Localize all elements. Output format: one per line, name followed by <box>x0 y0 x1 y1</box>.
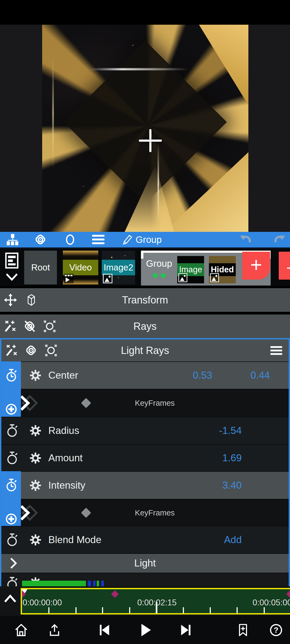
param-row-radius[interactable]: Radius -1.54 <box>1 417 289 444</box>
preview-frame[interactable] <box>42 25 248 232</box>
center-point-handle[interactable] <box>139 129 162 152</box>
stopwatch-icon <box>6 576 19 586</box>
param-value[interactable]: 1.69 <box>222 452 242 464</box>
layer-tile-root[interactable]: Root <box>24 251 57 284</box>
add-layer-button[interactable]: + <box>242 252 270 280</box>
bottom-navigation: ? <box>0 616 290 644</box>
gear-icon[interactable] <box>29 479 42 492</box>
node-tree-icon[interactable] <box>6 233 19 246</box>
eye-icon[interactable] <box>34 233 47 246</box>
timeline-panel: 0:00:00:00 0:00:02:15 0:00:05:00 <box>0 586 290 616</box>
param-value[interactable]: -1.54 <box>219 425 242 436</box>
keyframes-row[interactable]: KeyFrames <box>1 499 289 526</box>
param-row-intensity[interactable]: Intensity 3.40 <box>1 471 289 499</box>
timeline-track[interactable]: 0:00:00:00 0:00:02:15 0:00:05:00 <box>21 588 290 614</box>
keyframe-strip-intensity <box>1 471 21 526</box>
edit-toolbar: Group <box>0 232 290 247</box>
video-type-icon <box>64 274 74 283</box>
keyframes-label: KeyFrames <box>21 399 289 408</box>
layer-tile-image2[interactable]: Image2 <box>102 251 135 284</box>
bookmark-add-icon[interactable] <box>236 623 250 637</box>
param-row-amount[interactable]: Amount 1.69 <box>1 444 289 471</box>
section-title: Light <box>1 558 289 569</box>
stopwatch-active-icon[interactable] <box>5 368 18 382</box>
chevron-down-icon <box>5 273 19 282</box>
help-icon[interactable]: ? <box>269 623 283 637</box>
keyframes-label: KeyFrames <box>21 508 289 517</box>
app-screen: Group Root <box>0 0 290 644</box>
redo-icon[interactable] <box>272 234 287 246</box>
param-label: Amount <box>48 452 83 464</box>
previous-frame-icon[interactable] <box>97 623 111 637</box>
options-menu-icon[interactable] <box>270 345 283 356</box>
param-label: Radius <box>48 425 79 436</box>
image-type-icon <box>178 273 187 282</box>
stopwatch-active-icon[interactable] <box>5 478 18 492</box>
stopwatch-icon[interactable] <box>6 451 19 465</box>
home-icon[interactable] <box>15 623 28 637</box>
image-type-icon <box>103 274 113 283</box>
timecode-start: 0:00:00:00 <box>23 598 62 608</box>
gear-icon[interactable] <box>29 452 42 464</box>
layer-tile-video[interactable]: Video <box>63 251 98 284</box>
param-row-center[interactable]: Center 0.53 0.44 <box>1 361 289 389</box>
level-bar <box>22 581 86 586</box>
image-type-icon <box>210 273 219 282</box>
keyframe-marker[interactable] <box>286 590 290 598</box>
group-child-dots <box>141 273 177 278</box>
ellipse-icon[interactable] <box>64 233 76 246</box>
timecode-end: 0:00:05:00 <box>252 598 290 608</box>
pencil-icon[interactable] <box>121 233 133 246</box>
light-streak-bottom <box>158 143 159 224</box>
param-label: Center <box>48 370 78 381</box>
layer-list-icon <box>5 252 19 269</box>
layer-tile-image[interactable]: Image <box>177 256 204 283</box>
playhead[interactable] <box>156 602 157 613</box>
param-row-partial[interactable] <box>1 573 289 586</box>
param-value-y[interactable]: 0.44 <box>251 370 270 381</box>
add-layer-button-edge[interactable]: + <box>279 252 290 280</box>
section-rays[interactable]: Rays <box>0 314 290 338</box>
keyframe-strip-center <box>1 361 21 417</box>
param-value-x[interactable]: 0.53 <box>193 370 212 381</box>
stopwatch-icon[interactable] <box>6 533 19 547</box>
section-title: Light Rays <box>1 345 289 356</box>
section-light[interactable]: Light <box>1 553 289 573</box>
preview-viewport[interactable] <box>0 25 290 232</box>
layer-tile-hided[interactable]: Hided <box>209 256 236 283</box>
add-keyframe-icon[interactable] <box>5 513 17 525</box>
lens-flare <box>89 68 189 70</box>
group-label: Group <box>141 258 177 269</box>
gear-icon[interactable] <box>29 424 42 437</box>
layer-label: Image2 <box>102 260 135 275</box>
layer-label: Video <box>63 260 98 275</box>
layer-panel-toggle[interactable] <box>5 252 26 283</box>
param-label: Blend Mode <box>48 534 101 546</box>
status-bar <box>0 0 290 25</box>
section-transform[interactable]: Transform <box>0 288 290 312</box>
keyframes-row[interactable]: KeyFrames <box>1 389 289 417</box>
undo-icon[interactable] <box>238 234 253 246</box>
light-rays-panel: Light Rays Center 0.53 0.44 <box>0 338 290 586</box>
stopwatch-icon[interactable] <box>6 424 19 438</box>
add-keyframe-icon[interactable] <box>5 403 17 415</box>
param-value[interactable]: Add <box>224 534 242 546</box>
layer-label: Root <box>31 262 50 273</box>
gear-icon[interactable] <box>29 533 42 546</box>
section-title: Transform <box>0 294 290 306</box>
gear-icon[interactable] <box>29 369 42 382</box>
param-label: Intensity <box>48 480 85 491</box>
edited-layer-title: Group <box>136 234 162 245</box>
export-icon[interactable] <box>48 623 61 637</box>
menu-icon[interactable] <box>91 234 105 245</box>
param-row-blend-mode[interactable]: Blend Mode Add <box>1 526 289 553</box>
section-light-rays[interactable]: Light Rays <box>1 339 289 361</box>
expand-timeline-icon[interactable] <box>3 593 17 604</box>
play-icon[interactable] <box>137 623 153 638</box>
next-frame-icon[interactable] <box>179 623 193 637</box>
svg-text:?: ? <box>274 625 278 634</box>
plus-icon: + <box>286 259 290 277</box>
keyframe-marker[interactable] <box>111 590 119 598</box>
light-streak-left <box>52 57 54 170</box>
param-value[interactable]: 3.40 <box>222 480 242 491</box>
